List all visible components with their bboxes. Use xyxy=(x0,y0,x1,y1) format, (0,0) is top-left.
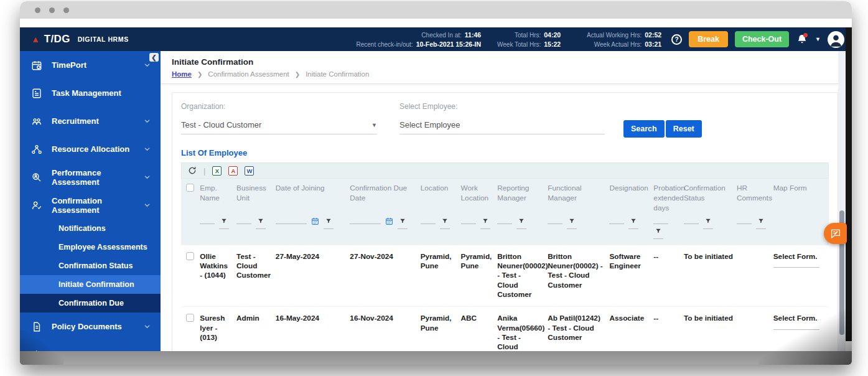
filter-input[interactable] xyxy=(609,218,624,224)
checkin-label: Checked In at: xyxy=(421,32,461,39)
filter-funnel-icon[interactable] xyxy=(516,217,526,229)
sidebar-item-resource-allocation[interactable]: Resource Allocation xyxy=(20,135,161,163)
row-select-cell xyxy=(181,245,198,307)
filter-cell-probation-extended-days xyxy=(652,215,683,245)
profile-caret-icon[interactable]: ▼ xyxy=(815,36,821,42)
filter-funnel-icon[interactable] xyxy=(324,217,334,229)
filter-input[interactable] xyxy=(461,218,476,224)
checkout-button[interactable]: Check-Out xyxy=(735,31,789,47)
break-button[interactable]: Break xyxy=(689,31,728,47)
filter-input[interactable] xyxy=(497,218,512,224)
select-form-dropdown[interactable]: Select Form. xyxy=(773,252,819,268)
select-all-checkbox[interactable] xyxy=(186,184,194,192)
row-checkbox[interactable] xyxy=(186,252,194,260)
table-filter-row xyxy=(181,215,829,245)
column-header-confirmation-due-date: Confirmation Due Date xyxy=(348,179,419,215)
calendar-picker-icon[interactable] xyxy=(311,217,319,227)
filter-input[interactable] xyxy=(548,218,562,224)
vertical-scrollbar[interactable] xyxy=(838,51,846,365)
filter-cell-date-of-joining xyxy=(274,215,348,245)
sidebar-item-recruitment[interactable]: Recruitment xyxy=(20,107,161,135)
filter-input[interactable] xyxy=(684,218,699,224)
chevron-down-icon xyxy=(144,202,151,209)
avatar[interactable] xyxy=(828,31,844,48)
sidebar-item-task-management[interactable]: Task Management xyxy=(20,79,161,107)
row-checkbox[interactable] xyxy=(186,314,194,322)
breadcrumb-item-confirmation-assessment: Confirmation Assessment xyxy=(208,70,289,78)
filter-funnel-icon[interactable] xyxy=(480,217,490,229)
filter-cell-reporting-manager xyxy=(496,215,546,245)
employee-input[interactable]: Select Employee xyxy=(399,120,605,134)
filter-funnel-icon[interactable] xyxy=(567,217,577,229)
filter-form: Organization: Test - Cloud Customer ▼ Se… xyxy=(181,102,829,138)
help-icon[interactable]: ? xyxy=(671,34,682,45)
filter-funnel-icon[interactable] xyxy=(256,217,266,229)
employee-label: Select Employee: xyxy=(399,102,605,111)
window-titlebar xyxy=(20,1,852,19)
filter-input[interactable] xyxy=(421,218,436,224)
filter-input[interactable] xyxy=(276,218,307,224)
filter-funnel-icon[interactable] xyxy=(440,217,450,229)
chevron-down-icon xyxy=(144,62,151,68)
window-right-edge xyxy=(846,27,852,341)
filter-cell-map-form xyxy=(772,215,829,245)
page-title: Initiate Confirmation xyxy=(172,57,852,67)
window-gap xyxy=(20,19,852,27)
search-button[interactable]: Search xyxy=(623,120,665,138)
breadcrumb-item-home[interactable]: Home xyxy=(172,70,192,78)
column-header-select xyxy=(181,179,198,215)
window-dot-icon[interactable] xyxy=(35,7,40,13)
sidebar-subitem-initiate-confirmation[interactable]: Initiate Confirmation xyxy=(20,275,161,294)
checkin-label: Actual Working Hrs: xyxy=(587,32,642,39)
sidebar-item-performance-assessment[interactable]: Performance Assessment xyxy=(20,163,161,191)
window-dot-icon[interactable] xyxy=(63,7,69,13)
checkin-actual-working-hrs: Actual Working Hrs:02:52 xyxy=(561,31,661,39)
breadcrumb-separator-icon: ❯ xyxy=(197,71,202,78)
filter-funnel-icon[interactable] xyxy=(219,217,229,229)
sidebar-subitem-confirmation-status[interactable]: Confirmation Status xyxy=(20,256,161,275)
column-header-location: Location xyxy=(419,179,460,215)
content-card: Organization: Test - Cloud Customer ▼ Se… xyxy=(172,92,838,365)
filter-input[interactable] xyxy=(200,218,215,224)
notifications-bell-icon[interactable] xyxy=(796,33,808,45)
calendar-picker-icon[interactable] xyxy=(385,217,393,227)
column-header-emp-name: Emp. Name xyxy=(198,179,235,215)
calendar-icon xyxy=(31,60,42,71)
sidebar-collapse-button[interactable]: ❮ xyxy=(149,53,159,62)
sidebar-item-policy-documents[interactable]: Policy Documents xyxy=(20,313,161,341)
cell-date-of-joining: 27-May-2024 xyxy=(274,245,348,307)
filter-input[interactable] xyxy=(236,218,251,224)
word-export-icon[interactable]: W xyxy=(245,166,254,176)
filter-input[interactable] xyxy=(653,218,668,224)
employee-table: Emp. NameBusiness UnitDate of JoiningCon… xyxy=(181,179,829,365)
table-head: Emp. NameBusiness UnitDate of JoiningCon… xyxy=(181,179,829,245)
checkin-row: Recent check-in/out:10-Feb-2021 15:26-IN… xyxy=(345,40,661,48)
sidebar-subitem-notifications[interactable]: Notifications xyxy=(20,219,161,238)
app-window: ▲ T/DG DIGITAL HRMS Checked In at:11:46T… xyxy=(20,1,852,365)
pdf-export-icon[interactable]: A xyxy=(228,166,238,176)
sidebar-item-confirmation-assessment[interactable]: Confirmation Assessment xyxy=(20,191,161,219)
filter-funnel-icon[interactable] xyxy=(653,227,663,239)
reset-button[interactable]: Reset xyxy=(666,120,702,138)
organization-select[interactable]: Test - Cloud Customer ▼ xyxy=(181,120,377,134)
cell-work-location: Pyramid, Pune xyxy=(460,245,497,307)
filter-input[interactable] xyxy=(350,218,381,224)
sidebar-subitem-confirmation-due[interactable]: Confirmation Due xyxy=(20,294,161,313)
feedback-button[interactable] xyxy=(824,223,847,244)
filter-funnel-icon[interactable] xyxy=(756,217,766,229)
filter-cell-confirmation-due-date xyxy=(348,215,419,245)
window-dot-icon[interactable] xyxy=(49,7,55,13)
logo-triangle-icon: ▲ xyxy=(31,35,40,44)
sidebar-item-timeport[interactable]: TimePort xyxy=(20,51,161,79)
select-form-dropdown[interactable]: Select Form. xyxy=(773,314,819,329)
sidebar-item-label: TimePort xyxy=(52,60,134,70)
refresh-icon[interactable] xyxy=(188,166,197,175)
filter-funnel-icon[interactable] xyxy=(703,217,713,229)
filter-funnel-icon[interactable] xyxy=(628,217,638,229)
excel-export-icon[interactable]: X xyxy=(212,166,222,176)
filter-funnel-icon[interactable] xyxy=(398,217,408,229)
main-content: Initiate Confirmation Home❯Confirmation … xyxy=(161,51,852,365)
filter-input[interactable] xyxy=(737,218,752,224)
sidebar-subitem-employee-assessments[interactable]: Employee Assessments xyxy=(20,238,161,256)
filter-cell xyxy=(181,215,198,245)
